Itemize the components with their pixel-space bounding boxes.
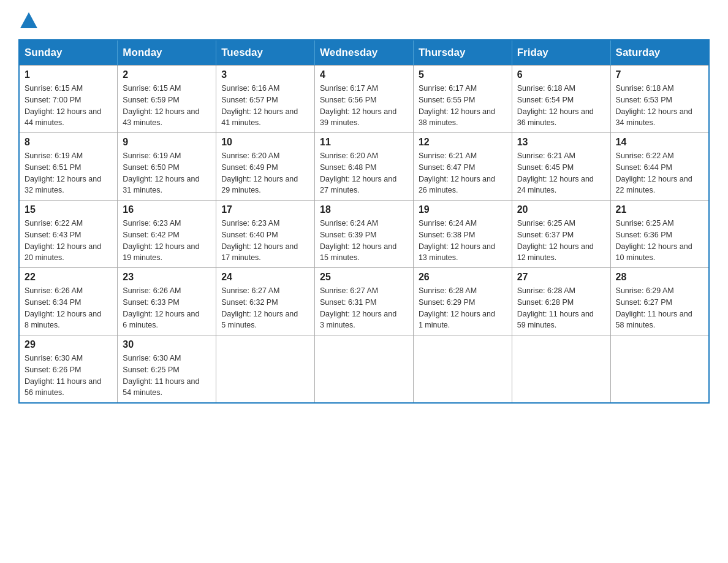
day-number: 11: [320, 137, 408, 148]
calendar-cell: 14Sunrise: 6:22 AMSunset: 6:44 PMDayligh…: [610, 133, 709, 201]
calendar-cell: 3Sunrise: 6:16 AMSunset: 6:57 PMDaylight…: [216, 66, 315, 133]
day-number: 25: [320, 272, 408, 283]
calendar-cell: 23Sunrise: 6:26 AMSunset: 6:33 PMDayligh…: [118, 268, 216, 335]
day-number: 30: [123, 339, 211, 350]
day-info: Sunrise: 6:21 AMSunset: 6:45 PMDaylight:…: [517, 150, 605, 196]
calendar-cell: 11Sunrise: 6:20 AMSunset: 6:48 PMDayligh…: [315, 133, 414, 201]
header: [18, 12, 710, 27]
day-number: 22: [25, 272, 112, 283]
day-number: 17: [221, 204, 309, 215]
day-info: Sunrise: 6:28 AMSunset: 6:29 PMDaylight:…: [419, 285, 507, 331]
day-number: 5: [419, 69, 507, 80]
day-number: 9: [123, 137, 211, 148]
day-info: Sunrise: 6:30 AMSunset: 6:26 PMDaylight:…: [25, 353, 112, 399]
day-info: Sunrise: 6:26 AMSunset: 6:34 PMDaylight:…: [25, 285, 112, 331]
day-info: Sunrise: 6:24 AMSunset: 6:39 PMDaylight:…: [320, 218, 408, 264]
day-number: 7: [616, 69, 703, 80]
calendar-cell: 18Sunrise: 6:24 AMSunset: 6:39 PMDayligh…: [315, 201, 414, 268]
day-number: 6: [517, 69, 605, 80]
day-info: Sunrise: 6:22 AMSunset: 6:43 PMDaylight:…: [25, 218, 112, 264]
day-number: 4: [320, 69, 408, 80]
calendar-cell: 27Sunrise: 6:28 AMSunset: 6:28 PMDayligh…: [512, 268, 610, 335]
calendar-cell: [216, 335, 315, 404]
calendar-cell: 9Sunrise: 6:19 AMSunset: 6:50 PMDaylight…: [118, 133, 216, 201]
day-info: Sunrise: 6:18 AMSunset: 6:53 PMDaylight:…: [616, 83, 703, 129]
day-info: Sunrise: 6:21 AMSunset: 6:47 PMDaylight:…: [419, 150, 507, 196]
day-info: Sunrise: 6:25 AMSunset: 6:37 PMDaylight:…: [517, 218, 605, 264]
calendar-week-4: 22Sunrise: 6:26 AMSunset: 6:34 PMDayligh…: [19, 268, 709, 335]
day-info: Sunrise: 6:24 AMSunset: 6:38 PMDaylight:…: [419, 218, 507, 264]
day-info: Sunrise: 6:23 AMSunset: 6:40 PMDaylight:…: [221, 218, 309, 264]
day-number: 1: [25, 69, 112, 80]
day-info: Sunrise: 6:19 AMSunset: 6:50 PMDaylight:…: [123, 150, 211, 196]
weekday-header-tuesday: Tuesday: [216, 40, 315, 66]
weekday-header-thursday: Thursday: [413, 40, 512, 66]
logo-arrow-icon: [20, 12, 37, 28]
svg-marker-0: [20, 12, 37, 28]
day-number: 26: [419, 272, 507, 283]
calendar-cell: 16Sunrise: 6:23 AMSunset: 6:42 PMDayligh…: [118, 201, 216, 268]
weekday-header-friday: Friday: [512, 40, 610, 66]
calendar-week-5: 29Sunrise: 6:30 AMSunset: 6:26 PMDayligh…: [19, 335, 709, 404]
day-info: Sunrise: 6:30 AMSunset: 6:25 PMDaylight:…: [123, 353, 211, 399]
day-info: Sunrise: 6:26 AMSunset: 6:33 PMDaylight:…: [123, 285, 211, 331]
day-number: 23: [123, 272, 211, 283]
day-info: Sunrise: 6:18 AMSunset: 6:54 PMDaylight:…: [517, 83, 605, 129]
day-info: Sunrise: 6:20 AMSunset: 6:48 PMDaylight:…: [320, 150, 408, 196]
calendar-cell: 26Sunrise: 6:28 AMSunset: 6:29 PMDayligh…: [413, 268, 512, 335]
day-info: Sunrise: 6:16 AMSunset: 6:57 PMDaylight:…: [221, 83, 309, 129]
day-number: 8: [25, 137, 112, 148]
calendar-cell: 30Sunrise: 6:30 AMSunset: 6:25 PMDayligh…: [118, 335, 216, 404]
day-number: 21: [616, 204, 703, 215]
day-number: 18: [320, 204, 408, 215]
calendar-cell: 5Sunrise: 6:17 AMSunset: 6:55 PMDaylight…: [413, 66, 512, 133]
calendar-cell: 10Sunrise: 6:20 AMSunset: 6:49 PMDayligh…: [216, 133, 315, 201]
calendar-header-row: SundayMondayTuesdayWednesdayThursdayFrid…: [19, 40, 709, 66]
day-number: 27: [517, 272, 605, 283]
logo: [18, 12, 37, 27]
day-number: 28: [616, 272, 703, 283]
day-info: Sunrise: 6:22 AMSunset: 6:44 PMDaylight:…: [616, 150, 703, 196]
day-number: 3: [221, 69, 309, 80]
calendar-week-3: 15Sunrise: 6:22 AMSunset: 6:43 PMDayligh…: [19, 201, 709, 268]
day-number: 10: [221, 137, 309, 148]
day-info: Sunrise: 6:28 AMSunset: 6:28 PMDaylight:…: [517, 285, 605, 331]
weekday-header-monday: Monday: [118, 40, 216, 66]
calendar-cell: 17Sunrise: 6:23 AMSunset: 6:40 PMDayligh…: [216, 201, 315, 268]
calendar-cell: 20Sunrise: 6:25 AMSunset: 6:37 PMDayligh…: [512, 201, 610, 268]
weekday-header-wednesday: Wednesday: [315, 40, 414, 66]
calendar-cell: 28Sunrise: 6:29 AMSunset: 6:27 PMDayligh…: [610, 268, 709, 335]
calendar-cell: 7Sunrise: 6:18 AMSunset: 6:53 PMDaylight…: [610, 66, 709, 133]
day-number: 19: [419, 204, 507, 215]
weekday-header-saturday: Saturday: [610, 40, 709, 66]
day-info: Sunrise: 6:20 AMSunset: 6:49 PMDaylight:…: [221, 150, 309, 196]
day-info: Sunrise: 6:27 AMSunset: 6:31 PMDaylight:…: [320, 285, 408, 331]
day-info: Sunrise: 6:29 AMSunset: 6:27 PMDaylight:…: [616, 285, 703, 331]
day-info: Sunrise: 6:19 AMSunset: 6:51 PMDaylight:…: [25, 150, 112, 196]
calendar-cell: 6Sunrise: 6:18 AMSunset: 6:54 PMDaylight…: [512, 66, 610, 133]
day-info: Sunrise: 6:15 AMSunset: 7:00 PMDaylight:…: [25, 83, 112, 129]
calendar-cell: 8Sunrise: 6:19 AMSunset: 6:51 PMDaylight…: [19, 133, 118, 201]
calendar-cell: 4Sunrise: 6:17 AMSunset: 6:56 PMDaylight…: [315, 66, 414, 133]
calendar-cell: [413, 335, 512, 404]
day-info: Sunrise: 6:17 AMSunset: 6:56 PMDaylight:…: [320, 83, 408, 129]
calendar-week-1: 1Sunrise: 6:15 AMSunset: 7:00 PMDaylight…: [19, 66, 709, 133]
calendar-cell: 1Sunrise: 6:15 AMSunset: 7:00 PMDaylight…: [19, 66, 118, 133]
day-number: 12: [419, 137, 507, 148]
calendar-cell: 24Sunrise: 6:27 AMSunset: 6:32 PMDayligh…: [216, 268, 315, 335]
day-number: 16: [123, 204, 211, 215]
calendar-cell: [315, 335, 414, 404]
calendar-cell: 22Sunrise: 6:26 AMSunset: 6:34 PMDayligh…: [19, 268, 118, 335]
calendar-week-2: 8Sunrise: 6:19 AMSunset: 6:51 PMDaylight…: [19, 133, 709, 201]
calendar-cell: 21Sunrise: 6:25 AMSunset: 6:36 PMDayligh…: [610, 201, 709, 268]
calendar-cell: [610, 335, 709, 404]
calendar-table: SundayMondayTuesdayWednesdayThursdayFrid…: [18, 39, 710, 404]
calendar-cell: 25Sunrise: 6:27 AMSunset: 6:31 PMDayligh…: [315, 268, 414, 335]
day-info: Sunrise: 6:27 AMSunset: 6:32 PMDaylight:…: [221, 285, 309, 331]
day-number: 15: [25, 204, 112, 215]
calendar-cell: 19Sunrise: 6:24 AMSunset: 6:38 PMDayligh…: [413, 201, 512, 268]
calendar-cell: [512, 335, 610, 404]
day-info: Sunrise: 6:23 AMSunset: 6:42 PMDaylight:…: [123, 218, 211, 264]
day-number: 2: [123, 69, 211, 80]
calendar-cell: 29Sunrise: 6:30 AMSunset: 6:26 PMDayligh…: [19, 335, 118, 404]
